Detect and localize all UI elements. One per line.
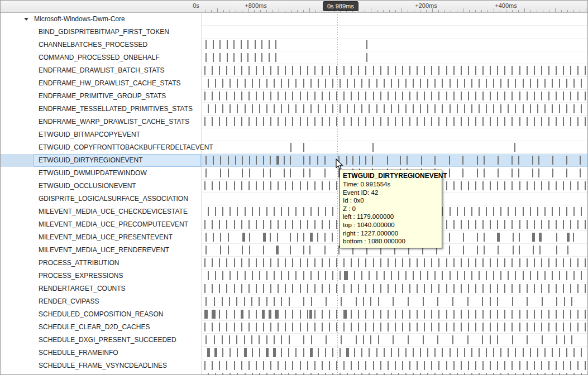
timeline-row-rendertarget_counts[interactable]: [202, 282, 587, 295]
event-tick: [523, 79, 524, 88]
tree-item-gdisprite_logicalsurface_association[interactable]: GDISPRITE_LOGICALSURFACE_ASSOCIATION: [1, 193, 202, 205]
event-tick: [252, 104, 253, 113]
tree-item-schedule_frame_vsyncdeadlines[interactable]: SCHEDULE_FRAME_VSYNCDEADLINES: [1, 359, 202, 372]
event-tick: [275, 310, 278, 319]
tree-item-bind_gdispritebitmap_first_token[interactable]: BIND_GDISPRITEBITMAP_FIRST_TOKEN: [1, 26, 202, 39]
timeline-row-etwguid_dirtyregionevent[interactable]: [202, 154, 587, 167]
event-tick: [442, 373, 443, 374]
time-marker-badge[interactable]: 0s 989ms: [323, 1, 358, 11]
event-tick: [446, 181, 447, 190]
timeline-row-schedule_dxgi_present_succeeded[interactable]: [202, 334, 587, 347]
event-tick: [248, 284, 250, 293]
tree-item-schedule_frameinfo[interactable]: SCHEDULE_FRAMEINFO: [1, 347, 202, 359]
event-tick: [237, 207, 238, 216]
timeline-row-endframe_primitive_group_stats[interactable]: [202, 90, 587, 103]
tree-root-item[interactable]: Microsoft-Windows-Dwm-Core: [1, 13, 202, 26]
timeline-row-command_processed_onbehalf[interactable]: [202, 51, 587, 64]
timeline-row-channelbatches_processed[interactable]: [202, 39, 587, 51]
timeline-row-microsoft-windows-dwm-core[interactable]: [202, 13, 587, 26]
tree-item-milevent_media_uce_presentevent[interactable]: MILEVENT_MEDIA_UCE_PRESENTEVENT: [1, 231, 202, 244]
tree-item-channelbatches_processed[interactable]: CHANNELBATCHES_PROCESSED: [1, 39, 202, 51]
event-tick: [222, 79, 223, 88]
event-tick: [300, 181, 301, 190]
ruler-tick: [567, 10, 568, 12]
tree-item-milevent_media_uce_precomputeevent[interactable]: MILEVENT_MEDIA_UCE_PRECOMPUTEEVENT: [1, 218, 202, 231]
tree-item-etwguid_dwmupdatewindow[interactable]: ETWGUID_DWMUPDATEWINDOW: [1, 167, 202, 180]
timeline-row-endframe_drawlist_batch_stats[interactable]: [202, 64, 587, 77]
event-tick: [504, 117, 505, 126]
event-tick: [463, 233, 464, 242]
timeline-row-endframe_warp_drawlist_cache_stats[interactable]: [202, 116, 587, 128]
timeline-row-schedule_clear_d2d_caches[interactable]: [202, 321, 587, 334]
event-tick: [234, 258, 235, 267]
tree-item-endframe_tessellated_primitives_stats[interactable]: ENDFRAME_TESSELLATED_PRIMITIVES_STATS: [1, 103, 202, 116]
tree-item-etwguid_bitmapcopyevent[interactable]: ETWGUID_BITMAPCOPYEVENT: [1, 128, 202, 141]
timeline-row-etwguid_bitmapcopyevent[interactable]: [202, 128, 587, 141]
event-tick: [437, 297, 438, 306]
event-tick: [263, 246, 264, 254]
ruler-tick: [322, 10, 322, 12]
tree-item-schedule_clear_d2d_caches[interactable]: SCHEDULE_CLEAR_D2D_CACHES: [1, 321, 202, 334]
timeline-ruler[interactable]: 0s 989ms 0s+800ms+200ms+400ms: [1, 1, 587, 13]
timeline-row-process_attribution[interactable]: [202, 257, 587, 270]
tree-item-process_expressions[interactable]: PROCESS_EXPRESSIONS: [1, 270, 202, 282]
event-tick: [431, 258, 432, 267]
event-tick: [534, 310, 535, 319]
event-tick: [519, 258, 520, 267]
event-tick: [204, 66, 205, 75]
event-tick: [347, 104, 348, 113]
timeline-row-etwguid_copyfronttobackbufferdeltaevent[interactable]: [202, 141, 587, 154]
timeline-row-scheduled_composition_reason[interactable]: [202, 308, 587, 321]
ruler-tick: [371, 8, 371, 12]
event-tick: [559, 348, 560, 357]
event-tick: [556, 233, 557, 242]
event-tick: [241, 310, 243, 319]
event-tick: [534, 323, 535, 331]
timeline-row-schedule_frameinfo[interactable]: [202, 347, 587, 359]
event-tick: [424, 258, 425, 267]
tree-item-etwguid_copyfronttobackbufferdeltaevent[interactable]: ETWGUID_COPYFRONTTOBACKBUFFERDELTAEVENT: [1, 141, 202, 154]
event-tick: [241, 181, 242, 190]
tree-item-command_processed_onbehalf[interactable]: COMMAND_PROCESSED_ONBEHALF: [1, 51, 202, 64]
tree-item-rendertarget_counts[interactable]: RENDERTARGET_COUNTS: [1, 282, 202, 295]
tree-item-etwguid_dirtyregionevent[interactable]: ETWGUID_DIRTYREGIONEVENT: [1, 154, 202, 167]
timeline-row-schedule_frame_vsyncdeadlines[interactable]: [202, 359, 587, 372]
tree-item-milevent_media_uce_renderevent[interactable]: MILEVENT_MEDIA_UCE_RENDEREVENT: [1, 244, 202, 257]
event-tick: [213, 310, 216, 319]
tree-item-render_cvipass[interactable]: RENDER_CVIPASS: [1, 295, 202, 308]
timeline-row-bind_gdispritebitmap_first_token[interactable]: [202, 26, 587, 39]
event-tick: [204, 323, 205, 331]
timeline-row-endframe_hw_drawlist_cache_stats[interactable]: [202, 77, 587, 90]
tree-item-endframe_hw_drawlist_cache_stats[interactable]: ENDFRAME_HW_DRAWLIST_CACHE_STATS: [1, 77, 202, 90]
event-tick: [388, 361, 389, 370]
tree-item-endframe_drawlist_batch_stats[interactable]: ENDFRAME_DRAWLIST_BATCH_STATS: [1, 64, 202, 77]
tree-item-milevent_media_uce_checkdevicestate[interactable]: MILEVENT_MEDIA_UCE_CHECKDEVICESTATE: [1, 205, 202, 218]
event-tick: [234, 220, 235, 229]
timeline-row-endframe_tessellated_primitives_stats[interactable]: [202, 103, 587, 116]
tree-item-endframe_primitive_group_stats[interactable]: ENDFRAME_PRIMITIVE_GROUP_STATS: [1, 90, 202, 103]
event-tick: [292, 181, 293, 190]
tree-item-label: MILEVENT_MEDIA_UCE_CHECKDEVICESTATE: [39, 208, 188, 215]
timeline-row-partial[interactable]: [202, 372, 587, 374]
tree-item-endframe_warp_drawlist_cache_stats[interactable]: ENDFRAME_WARP_DRAWLIST_CACHE_STATS: [1, 116, 202, 128]
tree-item-process_attribution[interactable]: PROCESS_ATTRIBUTION: [1, 257, 202, 270]
event-tick: [461, 361, 462, 370]
event-tick: [450, 207, 451, 216]
event-tick: [322, 92, 323, 100]
event-tick: [497, 220, 498, 229]
collapse-arrow-icon[interactable]: [24, 18, 28, 21]
tree-item-scheduled_composition_reason[interactable]: SCHEDULED_COMPOSITION_REASON: [1, 308, 202, 321]
tree-item-schedule_dxgi_present_succeeded[interactable]: SCHEDULE_DXGI_PRESENT_SUCCEEDED: [1, 334, 202, 347]
event-tick: [391, 79, 392, 88]
event-tick: [564, 297, 565, 306]
event-tick: [577, 258, 579, 267]
ruler-tick: [457, 10, 457, 12]
event-tick: [234, 117, 235, 126]
event-tick: [573, 207, 575, 216]
tree-item-etwguid_occlusionevent[interactable]: ETWGUID_OCCLUSIONEVENT: [1, 180, 202, 193]
timeline-row-process_expressions[interactable]: [202, 270, 587, 282]
timeline-row-render_cvipass[interactable]: [202, 295, 587, 308]
event-tick: [274, 297, 275, 306]
event-tick: [453, 323, 455, 331]
event-tick: [449, 169, 450, 177]
